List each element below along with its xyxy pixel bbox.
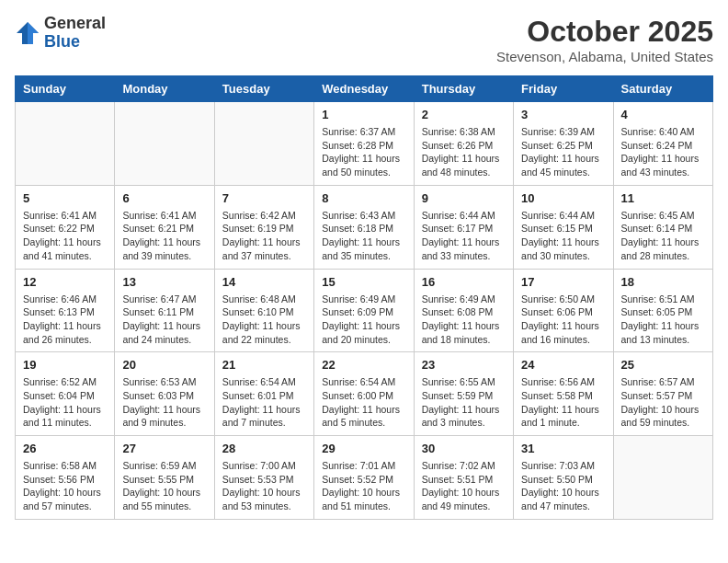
day-info: Sunrise: 6:58 AM Sunset: 5:56 PM Dayligh… xyxy=(23,459,107,513)
calendar-cell: 5Sunrise: 6:41 AM Sunset: 6:22 PM Daylig… xyxy=(16,185,115,269)
calendar-cell: 23Sunrise: 6:55 AM Sunset: 5:59 PM Dayli… xyxy=(414,352,513,436)
day-number: 18 xyxy=(621,275,705,289)
day-info: Sunrise: 6:41 AM Sunset: 6:21 PM Dayligh… xyxy=(122,209,206,263)
calendar-cell: 4Sunrise: 6:40 AM Sunset: 6:24 PM Daylig… xyxy=(613,102,712,186)
day-info: Sunrise: 6:54 AM Sunset: 6:00 PM Dayligh… xyxy=(322,375,405,430)
day-number: 9 xyxy=(422,191,506,205)
calendar-cell: 25Sunrise: 6:57 AM Sunset: 5:57 PM Dayli… xyxy=(613,352,712,436)
weekday-header-sunday: Sunday xyxy=(16,76,115,102)
month-title: October 2025 xyxy=(496,15,713,49)
page-header: General Blue October 2025 Stevenson, Ala… xyxy=(15,15,713,64)
day-info: Sunrise: 6:37 AM Sunset: 6:28 PM Dayligh… xyxy=(322,125,405,179)
day-number: 26 xyxy=(23,442,107,455)
calendar-cell: 22Sunrise: 6:54 AM Sunset: 6:00 PM Dayli… xyxy=(314,352,414,436)
day-number: 10 xyxy=(521,191,605,205)
day-number: 4 xyxy=(621,108,705,121)
weekday-header-saturday: Saturday xyxy=(613,76,712,102)
day-number: 16 xyxy=(422,275,506,289)
day-number: 5 xyxy=(23,191,107,205)
calendar-cell: 3Sunrise: 6:39 AM Sunset: 6:25 PM Daylig… xyxy=(514,102,613,186)
calendar-cell: 8Sunrise: 6:43 AM Sunset: 6:18 PM Daylig… xyxy=(314,185,414,269)
calendar-cell: 29Sunrise: 7:01 AM Sunset: 5:52 PM Dayli… xyxy=(314,436,414,520)
day-info: Sunrise: 6:45 AM Sunset: 6:14 PM Dayligh… xyxy=(621,209,705,263)
calendar-header: SundayMondayTuesdayWednesdayThursdayFrid… xyxy=(16,76,713,102)
day-info: Sunrise: 6:50 AM Sunset: 6:06 PM Dayligh… xyxy=(521,293,605,347)
day-info: Sunrise: 6:49 AM Sunset: 6:08 PM Dayligh… xyxy=(422,293,506,347)
day-info: Sunrise: 6:48 AM Sunset: 6:10 PM Dayligh… xyxy=(222,293,306,347)
calendar-week-3: 12Sunrise: 6:46 AM Sunset: 6:13 PM Dayli… xyxy=(16,269,713,352)
calendar-cell: 30Sunrise: 7:02 AM Sunset: 5:51 PM Dayli… xyxy=(414,436,513,520)
day-info: Sunrise: 6:44 AM Sunset: 6:17 PM Dayligh… xyxy=(422,209,506,263)
day-info: Sunrise: 6:42 AM Sunset: 6:19 PM Dayligh… xyxy=(222,209,306,263)
day-number: 1 xyxy=(322,108,405,121)
logo-icon xyxy=(15,20,40,46)
day-number: 23 xyxy=(422,358,506,372)
day-info: Sunrise: 6:47 AM Sunset: 6:11 PM Dayligh… xyxy=(122,293,206,347)
weekday-header-tuesday: Tuesday xyxy=(214,76,313,102)
calendar-cell xyxy=(613,436,712,520)
day-number: 13 xyxy=(122,275,206,289)
calendar-cell: 26Sunrise: 6:58 AM Sunset: 5:56 PM Dayli… xyxy=(16,436,115,520)
calendar-cell: 28Sunrise: 7:00 AM Sunset: 5:53 PM Dayli… xyxy=(214,436,313,520)
calendar-cell: 6Sunrise: 6:41 AM Sunset: 6:21 PM Daylig… xyxy=(115,185,214,269)
calendar-cell xyxy=(16,102,115,186)
day-number: 19 xyxy=(23,358,107,372)
weekday-header-monday: Monday xyxy=(115,76,214,102)
calendar-cell: 2Sunrise: 6:38 AM Sunset: 6:26 PM Daylig… xyxy=(414,102,513,186)
day-number: 25 xyxy=(621,358,705,372)
calendar-table: SundayMondayTuesdayWednesdayThursdayFrid… xyxy=(15,75,713,520)
day-number: 12 xyxy=(23,275,107,289)
day-number: 22 xyxy=(322,358,405,372)
day-info: Sunrise: 6:38 AM Sunset: 6:26 PM Dayligh… xyxy=(422,125,506,179)
calendar-body: 1Sunrise: 6:37 AM Sunset: 6:28 PM Daylig… xyxy=(16,102,713,520)
day-number: 21 xyxy=(222,358,306,372)
calendar-cell: 19Sunrise: 6:52 AM Sunset: 6:04 PM Dayli… xyxy=(16,352,115,436)
day-number: 11 xyxy=(621,191,705,205)
day-info: Sunrise: 6:55 AM Sunset: 5:59 PM Dayligh… xyxy=(422,375,506,430)
calendar-week-5: 26Sunrise: 6:58 AM Sunset: 5:56 PM Dayli… xyxy=(16,436,713,520)
day-info: Sunrise: 6:54 AM Sunset: 6:01 PM Dayligh… xyxy=(222,375,306,430)
day-info: Sunrise: 6:56 AM Sunset: 5:58 PM Dayligh… xyxy=(521,375,605,430)
calendar-cell: 12Sunrise: 6:46 AM Sunset: 6:13 PM Dayli… xyxy=(16,269,115,352)
day-number: 8 xyxy=(322,191,405,205)
day-info: Sunrise: 6:46 AM Sunset: 6:13 PM Dayligh… xyxy=(23,293,107,347)
calendar-cell: 10Sunrise: 6:44 AM Sunset: 6:15 PM Dayli… xyxy=(514,185,613,269)
day-info: Sunrise: 6:52 AM Sunset: 6:04 PM Dayligh… xyxy=(23,375,107,430)
calendar-cell: 15Sunrise: 6:49 AM Sunset: 6:09 PM Dayli… xyxy=(314,269,414,352)
day-number: 2 xyxy=(422,108,506,121)
day-number: 14 xyxy=(222,275,306,289)
day-number: 20 xyxy=(122,358,206,372)
day-number: 30 xyxy=(422,442,506,455)
weekday-header-row: SundayMondayTuesdayWednesdayThursdayFrid… xyxy=(16,76,713,102)
calendar-cell: 17Sunrise: 6:50 AM Sunset: 6:06 PM Dayli… xyxy=(514,269,613,352)
calendar-cell: 14Sunrise: 6:48 AM Sunset: 6:10 PM Dayli… xyxy=(214,269,313,352)
day-info: Sunrise: 7:02 AM Sunset: 5:51 PM Dayligh… xyxy=(422,459,506,513)
day-number: 6 xyxy=(122,191,206,205)
day-info: Sunrise: 6:40 AM Sunset: 6:24 PM Dayligh… xyxy=(621,125,705,179)
calendar-cell: 31Sunrise: 7:03 AM Sunset: 5:50 PM Dayli… xyxy=(514,436,613,520)
calendar-cell: 7Sunrise: 6:42 AM Sunset: 6:19 PM Daylig… xyxy=(214,185,313,269)
day-info: Sunrise: 6:39 AM Sunset: 6:25 PM Dayligh… xyxy=(521,125,605,179)
day-info: Sunrise: 7:00 AM Sunset: 5:53 PM Dayligh… xyxy=(222,459,306,513)
day-number: 27 xyxy=(122,442,206,455)
calendar-cell: 16Sunrise: 6:49 AM Sunset: 6:08 PM Dayli… xyxy=(414,269,513,352)
location-text: Stevenson, Alabama, United States xyxy=(496,49,713,64)
svg-marker-1 xyxy=(28,22,39,44)
day-info: Sunrise: 6:51 AM Sunset: 6:05 PM Dayligh… xyxy=(621,293,705,347)
day-info: Sunrise: 6:57 AM Sunset: 5:57 PM Dayligh… xyxy=(621,375,705,430)
day-info: Sunrise: 6:49 AM Sunset: 6:09 PM Dayligh… xyxy=(322,293,405,347)
calendar-cell: 24Sunrise: 6:56 AM Sunset: 5:58 PM Dayli… xyxy=(514,352,613,436)
day-info: Sunrise: 6:59 AM Sunset: 5:55 PM Dayligh… xyxy=(122,459,206,513)
day-number: 28 xyxy=(222,442,306,455)
day-number: 7 xyxy=(222,191,306,205)
weekday-header-thursday: Thursday xyxy=(414,76,513,102)
weekday-header-wednesday: Wednesday xyxy=(314,76,414,102)
logo: General Blue xyxy=(15,15,106,52)
logo-general-text: General xyxy=(44,15,106,33)
calendar-week-2: 5Sunrise: 6:41 AM Sunset: 6:22 PM Daylig… xyxy=(16,185,713,269)
day-number: 15 xyxy=(322,275,405,289)
day-info: Sunrise: 6:43 AM Sunset: 6:18 PM Dayligh… xyxy=(322,209,405,263)
calendar-cell: 18Sunrise: 6:51 AM Sunset: 6:05 PM Dayli… xyxy=(613,269,712,352)
calendar-week-1: 1Sunrise: 6:37 AM Sunset: 6:28 PM Daylig… xyxy=(16,102,713,186)
calendar-cell: 13Sunrise: 6:47 AM Sunset: 6:11 PM Dayli… xyxy=(115,269,214,352)
